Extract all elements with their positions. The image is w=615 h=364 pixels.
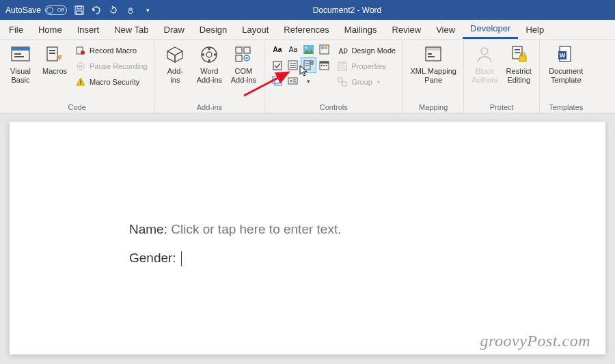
macro-security-button[interactable]: Macro Security	[74, 75, 148, 89]
block-authors-icon	[474, 44, 495, 66]
undo-icon[interactable]	[91, 5, 102, 16]
svg-rect-34	[290, 63, 296, 64]
toggle-switch[interactable]: Off	[45, 5, 67, 15]
visual-basic-icon	[10, 44, 31, 66]
tab-insert[interactable]: Insert	[70, 20, 107, 39]
svg-rect-9	[49, 53, 55, 54]
com-addins-button[interactable]: COM Add-ins	[228, 42, 258, 84]
rich-text-control-icon[interactable]: Aa	[270, 42, 284, 57]
restrict-editing-icon	[508, 44, 530, 66]
tab-review[interactable]: Review	[385, 20, 429, 39]
svg-rect-62	[515, 49, 520, 51]
tab-home[interactable]: Home	[31, 20, 70, 39]
tab-draw[interactable]: Draw	[156, 20, 192, 39]
svg-rect-43	[321, 65, 323, 66]
xml-mapping-button[interactable]: XML Mapping Pane	[409, 42, 458, 84]
addins-button[interactable]: Add- ins	[160, 42, 190, 84]
pause-recording-button: Pause Recording	[74, 59, 148, 73]
ribbon: Visual Basic Macros Record Macro Pause R…	[0, 40, 615, 113]
tab-mailings[interactable]: Mailings	[337, 20, 385, 39]
name-placeholder[interactable]: Click or tap here to enter text.	[171, 222, 341, 236]
tab-design[interactable]: Design	[192, 20, 234, 39]
group-controls-label: Group	[351, 78, 372, 86]
group-templates-label: Templates	[545, 102, 586, 111]
qat-customize-icon[interactable]: ▾	[142, 5, 153, 16]
combobox-control-icon[interactable]	[286, 58, 300, 72]
name-label: Name:	[129, 222, 171, 236]
svg-rect-51	[340, 64, 345, 64]
tab-view[interactable]: View	[428, 20, 463, 39]
macros-label: Macros	[42, 67, 67, 76]
building-block-control-icon[interactable]	[317, 42, 331, 57]
restrict-editing-button[interactable]: Restrict Editing	[504, 42, 534, 84]
svg-marker-19	[175, 51, 182, 62]
record-macro-button[interactable]: Record Macro	[74, 44, 148, 57]
picture-control-icon[interactable]	[301, 42, 316, 57]
svg-rect-13	[79, 65, 81, 68]
document-template-button[interactable]: W Document Template	[545, 42, 586, 84]
group-button: Group ▾	[336, 75, 397, 89]
repeating-section-control-icon[interactable]	[270, 74, 284, 88]
design-mode-button[interactable]: Design Mode	[336, 44, 397, 57]
save-icon[interactable]	[74, 5, 85, 16]
svg-rect-53	[340, 68, 345, 68]
svg-rect-15	[80, 81, 81, 83]
document-template-label: Document Template	[549, 67, 583, 84]
svg-point-21	[206, 52, 212, 57]
svg-rect-45	[326, 65, 327, 66]
svg-marker-17	[167, 47, 182, 55]
toggle-state: Off	[57, 7, 65, 13]
group-controls: Aa Aa ▾ Design Mode Propertie	[264, 40, 403, 113]
macros-icon	[44, 44, 66, 66]
block-authors-button[interactable]: Block Authors	[469, 42, 500, 84]
tab-layout[interactable]: Layout	[234, 20, 276, 39]
svg-rect-6	[14, 56, 24, 57]
plain-text-control-icon[interactable]: Aa	[286, 42, 300, 57]
svg-rect-22	[236, 47, 242, 53]
word-addins-label: Word Add-ins	[197, 67, 222, 84]
group-code: Visual Basic Macros Record Macro Pause R…	[0, 40, 154, 113]
svg-text:W: W	[560, 52, 566, 59]
svg-rect-1	[77, 6, 81, 9]
tab-help[interactable]: Help	[518, 20, 551, 39]
svg-rect-55	[342, 82, 346, 86]
date-picker-control-icon[interactable]	[317, 58, 331, 72]
pause-recording-icon	[75, 61, 86, 72]
svg-point-28	[305, 47, 308, 49]
group-controls-label: Controls	[270, 102, 397, 111]
record-macro-label: Record Macro	[90, 46, 137, 55]
svg-rect-42	[320, 61, 329, 64]
tab-developer[interactable]: Developer	[463, 20, 518, 39]
com-addins-label: COM Add-ins	[231, 67, 256, 84]
document-page[interactable]: Name: Click or tap here to enter text. G…	[10, 122, 605, 354]
svg-rect-14	[81, 65, 83, 68]
checkbox-control-icon[interactable]	[270, 58, 284, 72]
redo-icon[interactable]	[108, 5, 119, 16]
touch-mode-icon[interactable]	[125, 5, 136, 16]
svg-rect-38	[305, 63, 309, 64]
tab-references[interactable]: References	[276, 20, 336, 39]
svg-rect-52	[340, 66, 345, 66]
macros-button[interactable]: Macros	[40, 42, 70, 76]
tab-new-tab[interactable]: New Tab	[107, 20, 156, 39]
svg-point-49	[290, 80, 292, 82]
svg-rect-2	[77, 11, 82, 14]
svg-rect-8	[49, 50, 55, 51]
design-mode-icon	[337, 45, 348, 56]
dropdown-control-icon[interactable]	[301, 58, 316, 72]
legacy-dropdown-icon[interactable]: ▾	[301, 74, 316, 88]
autosave-label: AutoSave	[5, 5, 41, 15]
tab-file[interactable]: File	[1, 20, 31, 39]
word-addins-button[interactable]: Word Add-ins	[194, 42, 224, 84]
record-macro-icon	[75, 45, 86, 56]
svg-rect-54	[338, 78, 342, 82]
document-title: Document2 - Word	[153, 5, 610, 15]
legacy-tools-icon[interactable]	[286, 74, 300, 88]
visual-basic-button[interactable]: Visual Basic	[5, 42, 36, 84]
svg-rect-57	[426, 47, 441, 51]
svg-point-12	[77, 63, 84, 70]
svg-rect-30	[321, 46, 324, 49]
autosave-toggle[interactable]: AutoSave Off	[5, 5, 67, 15]
document-template-icon: W	[555, 44, 577, 66]
xml-mapping-label: XML Mapping Pane	[410, 67, 456, 84]
